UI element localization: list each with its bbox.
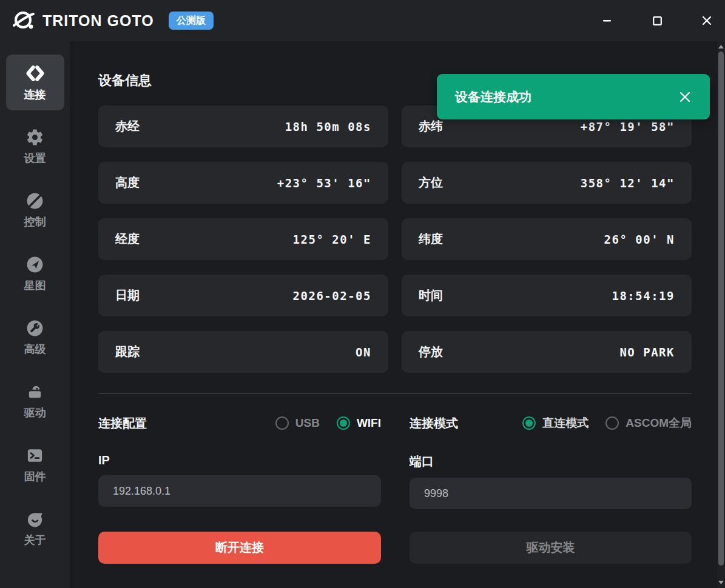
sidebar-item-starmap[interactable]: 星图 xyxy=(6,246,64,301)
connection-mode-radios: 直连模式 ASCOM全局 xyxy=(522,415,692,431)
port-label: 端口 xyxy=(410,453,692,470)
minimize-icon[interactable] xyxy=(598,11,617,30)
sidebar-item-about[interactable]: 关于 xyxy=(6,500,64,556)
info-card-time: 时间 18:54:19 xyxy=(402,275,692,316)
ip-label: IP xyxy=(98,453,381,467)
sidebar-item-label: 驱动 xyxy=(24,406,46,420)
disconnect-button[interactable]: 断开连接 xyxy=(98,532,381,564)
control-icon xyxy=(25,190,46,211)
device-info-grid: 赤经 18h 50m 08s 赤纬 +87° 19' 58" 高度 +23° 5… xyxy=(98,105,692,373)
info-card-park: 停放 NO PARK xyxy=(402,331,692,373)
info-card-longitude: 经度 125° 20' E xyxy=(98,218,388,260)
vertical-scrollbar[interactable] xyxy=(717,41,725,588)
sidebar: 连接 设置 控制 xyxy=(0,41,70,588)
scroll-up-icon[interactable] xyxy=(717,42,725,51)
ip-input[interactable] xyxy=(98,475,381,507)
sidebar-item-advanced[interactable]: 高级 xyxy=(6,309,64,365)
radio-direct-mode[interactable]: 直连模式 xyxy=(522,415,588,431)
maximize-icon[interactable] xyxy=(647,11,667,30)
radio-usb[interactable]: USB xyxy=(275,416,320,430)
window-controls xyxy=(598,0,717,41)
app-title: TRITON GOTO xyxy=(42,12,154,30)
info-card-latitude: 纬度 26° 00' N xyxy=(402,218,692,260)
sidebar-item-label: 设置 xyxy=(24,151,46,165)
radio-circle xyxy=(275,416,289,430)
port-field-group: 端口 xyxy=(410,453,692,509)
close-icon[interactable] xyxy=(697,11,717,30)
main-panel: 设备信息 赤经 18h 50m 08s 赤纬 +87° 19' 58" 高度 +… xyxy=(71,41,717,588)
info-card-ra: 赤经 18h 50m 08s xyxy=(98,105,388,147)
drive-icon xyxy=(25,381,46,402)
radio-circle xyxy=(337,416,350,430)
driver-install-button[interactable]: 驱动安装 xyxy=(410,532,692,564)
sidebar-item-connect[interactable]: 连接 xyxy=(6,55,64,110)
radio-ascom-global[interactable]: ASCOM全局 xyxy=(605,415,692,431)
connection-mode-group: 连接模式 直连模式 ASCOM全局 xyxy=(410,415,692,432)
scrollbar-thumb[interactable] xyxy=(718,52,724,566)
ip-field-group: IP xyxy=(98,453,381,509)
radio-circle xyxy=(605,416,619,430)
beta-badge: 公测版 xyxy=(169,12,214,29)
sidebar-item-settings[interactable]: 设置 xyxy=(6,118,64,174)
titlebar: TRITON GOTO 公测版 xyxy=(0,0,725,41)
sidebar-item-label: 控制 xyxy=(24,215,46,229)
connection-config-radios: USB WIFI xyxy=(275,416,381,430)
close-icon[interactable] xyxy=(678,90,692,104)
sidebar-item-label: 星图 xyxy=(24,278,46,293)
chat-bubble-icon xyxy=(25,509,46,529)
sidebar-item-label: 固件 xyxy=(24,469,46,484)
planet-ring-icon xyxy=(10,7,38,35)
port-input[interactable] xyxy=(410,478,692,509)
info-card-altitude: 高度 +23° 53' 16" xyxy=(98,162,388,204)
sidebar-item-label: 连接 xyxy=(24,87,46,102)
wrench-icon xyxy=(25,318,46,338)
scroll-down-icon[interactable] xyxy=(717,578,725,587)
connection-config-label: 连接配置 xyxy=(98,415,147,432)
info-card-azimuth: 方位 358° 12' 14" xyxy=(402,162,692,204)
sidebar-item-label: 关于 xyxy=(24,533,46,547)
connection-options-row: 连接配置 USB WIFI 连接模式 xyxy=(98,410,692,436)
info-card-tracking: 跟踪 ON xyxy=(98,331,388,373)
success-toast: 设备连接成功 xyxy=(437,74,710,119)
sidebar-item-firmware[interactable]: 固件 xyxy=(6,436,64,492)
navigation-icon xyxy=(25,254,46,275)
sidebar-item-driver[interactable]: 驱动 xyxy=(6,373,64,429)
connection-mode-label: 连接模式 xyxy=(410,415,458,432)
gear-icon xyxy=(25,127,46,147)
sidebar-item-label: 高级 xyxy=(24,342,46,356)
toast-message: 设备连接成功 xyxy=(455,89,531,105)
sidebar-item-control[interactable]: 控制 xyxy=(6,182,64,238)
action-buttons-row: 断开连接 驱动安装 xyxy=(98,532,692,564)
radio-wifi[interactable]: WIFI xyxy=(337,416,381,430)
link-icon xyxy=(25,63,46,84)
section-divider xyxy=(98,393,692,394)
connection-config-group: 连接配置 USB WIFI xyxy=(98,415,410,432)
app-window: TRITON GOTO 公测版 连接 xyxy=(0,0,725,588)
address-fields-row: IP 端口 xyxy=(98,453,692,509)
info-card-date: 日期 2026-02-05 xyxy=(98,275,388,316)
radio-circle xyxy=(522,416,536,430)
terminal-icon xyxy=(25,445,46,466)
